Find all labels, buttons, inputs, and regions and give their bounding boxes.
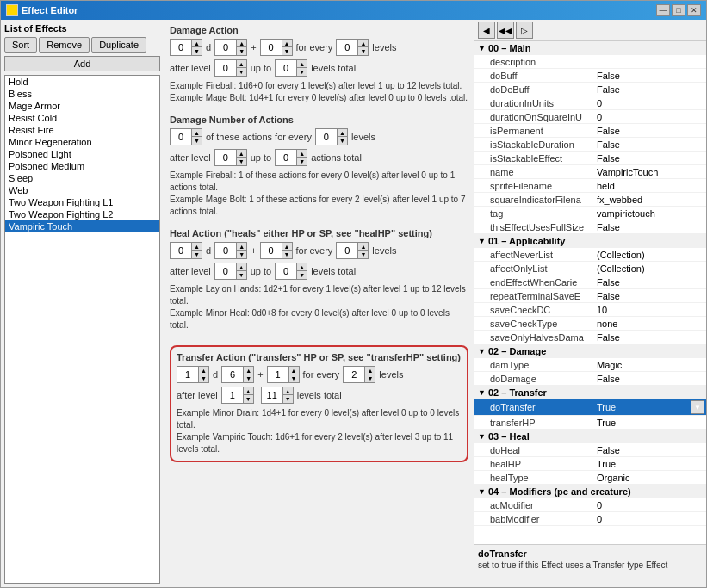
tree-section-00-main[interactable]: ▼00 – Main — [474, 41, 706, 55]
ta-val3-input[interactable] — [268, 367, 288, 382]
da-after-spinner[interactable]: ▲▼ — [214, 59, 247, 77]
da-after-down[interactable]: ▼ — [236, 68, 246, 76]
dn-val2-up[interactable]: ▲ — [337, 129, 347, 137]
tree-property-row[interactable]: isPermanentFalse — [474, 124, 706, 138]
tree-property-row[interactable]: damTypeMagic — [474, 358, 706, 372]
da-upto-spinner[interactable]: ▲▼ — [275, 59, 307, 77]
da-val2-up[interactable]: ▲ — [236, 40, 246, 47]
toolbar-back-btn[interactable]: ◀ — [478, 22, 495, 39]
ta-val2-down[interactable]: ▼ — [243, 374, 253, 382]
dn-upto-up[interactable]: ▲ — [296, 150, 307, 158]
tree-property-row[interactable]: babModifier0 — [474, 512, 706, 526]
ta-val3-spinner[interactable]: ▲▼ — [267, 366, 300, 383]
da-val4-up[interactable]: ▲ — [357, 40, 368, 47]
ha-val3-up[interactable]: ▲ — [282, 243, 292, 251]
da-upto-down[interactable]: ▼ — [296, 68, 307, 76]
list-item[interactable]: Resist Fire — [5, 124, 159, 136]
ta-upto-down[interactable]: ▼ — [282, 395, 293, 403]
tree-section-03-heal[interactable]: ▼03 – Heal — [474, 430, 706, 443]
da-val1-input[interactable] — [171, 40, 191, 55]
tree-toggle-icon[interactable]: ▼ — [478, 347, 487, 356]
tree-property-row[interactable]: description — [474, 55, 706, 69]
tree-property-row[interactable]: transferHPTrue — [474, 416, 706, 430]
close-button[interactable]: ✕ — [687, 4, 701, 16]
tree-property-row[interactable]: healTypeOrganic — [474, 471, 706, 485]
dn-after-down[interactable]: ▼ — [236, 158, 246, 165]
ta-val2-input[interactable] — [222, 367, 243, 382]
toolbar-back2-btn[interactable]: ◀◀ — [497, 22, 514, 39]
list-item[interactable]: Poisoned Medium — [5, 160, 159, 172]
tree-property-row[interactable]: doDamageFalse — [474, 372, 706, 386]
tree-section-04-modifiers[interactable]: ▼04 – Modifiers (pc and creature) — [474, 485, 706, 498]
dn-val2-down[interactable]: ▼ — [337, 137, 347, 145]
tree-property-row[interactable]: repeatTerminalSaveEFalse — [474, 289, 706, 303]
dn-upto-input[interactable] — [276, 150, 296, 165]
ta-upto-input[interactable] — [262, 387, 282, 403]
tree-toggle-icon[interactable]: ▼ — [478, 44, 487, 53]
dn-val1-up[interactable]: ▲ — [191, 129, 202, 137]
tree-property-row[interactable]: healHPTrue — [474, 457, 706, 471]
dn-after-up[interactable]: ▲ — [236, 150, 246, 158]
ha-after-input[interactable] — [215, 263, 236, 279]
tree-property-row[interactable]: affectOnlyList(Collection) — [474, 262, 706, 275]
tree-property-row[interactable]: doHealFalse — [474, 443, 706, 457]
add-button[interactable]: Add — [4, 56, 160, 71]
ta-val4-input[interactable] — [344, 367, 364, 382]
ha-upto-input[interactable] — [276, 263, 296, 279]
ta-after-down[interactable]: ▼ — [243, 395, 253, 403]
tree-section-01-applicability[interactable]: ▼01 – Applicability — [474, 234, 706, 248]
dn-val2-spinner[interactable]: ▲▼ — [315, 128, 348, 145]
ta-val3-up[interactable]: ▲ — [288, 367, 299, 374]
ha-after-spinner[interactable]: ▲▼ — [214, 263, 247, 280]
ha-val4-spinner[interactable]: ▲▼ — [336, 242, 369, 259]
ha-val2-down[interactable]: ▼ — [236, 251, 246, 258]
tree-property-row[interactable]: doBuffFalse — [474, 69, 706, 83]
remove-button[interactable]: Remove — [39, 37, 90, 53]
ha-val3-input[interactable] — [261, 243, 282, 258]
ha-val2-spinner[interactable]: ▲▼ — [214, 242, 247, 259]
da-upto-input[interactable] — [276, 60, 296, 76]
ta-val1-spinner[interactable]: ▲▼ — [177, 366, 209, 383]
ha-val2-up[interactable]: ▲ — [236, 243, 246, 251]
ha-upto-down[interactable]: ▼ — [296, 271, 307, 279]
da-val3-input[interactable] — [261, 40, 282, 55]
tree-property-row[interactable]: thisEffectUsesFullSizeFalse — [474, 220, 706, 234]
tree-property-row[interactable]: spriteFilenameheld — [474, 179, 706, 193]
ta-val3-down[interactable]: ▼ — [288, 374, 299, 382]
sort-button[interactable]: Sort — [4, 37, 37, 53]
ha-val1-up[interactable]: ▲ — [191, 243, 202, 251]
duplicate-button[interactable]: Duplicate — [91, 37, 146, 53]
tree-property-row[interactable]: acModifier0 — [474, 498, 706, 512]
tree-property-row[interactable]: isStackableDurationFalse — [474, 138, 706, 152]
da-val1-spinner[interactable]: ▲▼ — [170, 39, 202, 56]
tree-section-02-damage[interactable]: ▼02 – Damage — [474, 344, 706, 358]
da-val3-up[interactable]: ▲ — [282, 40, 292, 47]
toolbar-play-btn[interactable]: ▷ — [516, 22, 533, 39]
minimize-button[interactable]: — — [656, 4, 670, 16]
tree-toggle-icon[interactable]: ▼ — [478, 237, 487, 245]
tree-property-row[interactable]: tagvampirictouch — [474, 207, 706, 220]
list-item[interactable]: Poisoned Light — [5, 148, 159, 160]
ta-val1-input[interactable] — [177, 367, 198, 382]
da-val2-spinner[interactable]: ▲▼ — [214, 39, 247, 56]
ta-upto-up[interactable]: ▲ — [282, 387, 293, 395]
title-controls[interactable]: — □ ✕ — [656, 4, 701, 16]
da-val4-input[interactable] — [337, 40, 357, 55]
da-val2-down[interactable]: ▼ — [236, 47, 246, 55]
list-item[interactable]: Bless — [5, 88, 159, 100]
ha-val3-spinner[interactable]: ▲▼ — [260, 242, 293, 259]
dn-val1-input[interactable] — [171, 129, 191, 145]
da-after-up[interactable]: ▲ — [236, 60, 246, 68]
tree-property-row[interactable]: affectNeverList(Collection) — [474, 248, 706, 262]
ta-val1-up[interactable]: ▲ — [198, 367, 208, 374]
dn-val1-spinner[interactable]: ▲▼ — [170, 128, 202, 145]
ha-val1-input[interactable] — [171, 243, 191, 258]
da-val1-up[interactable]: ▲ — [191, 40, 202, 47]
tree-property-row[interactable]: saveCheckDC10 — [474, 303, 706, 317]
ha-val4-down[interactable]: ▼ — [357, 251, 368, 258]
da-val4-spinner[interactable]: ▲▼ — [336, 39, 369, 56]
dn-after-spinner[interactable]: ▲▼ — [214, 149, 247, 166]
da-val1-down[interactable]: ▼ — [191, 47, 202, 55]
dropdown-indicator[interactable]: ▼ — [691, 400, 704, 414]
ha-after-up[interactable]: ▲ — [236, 263, 246, 271]
